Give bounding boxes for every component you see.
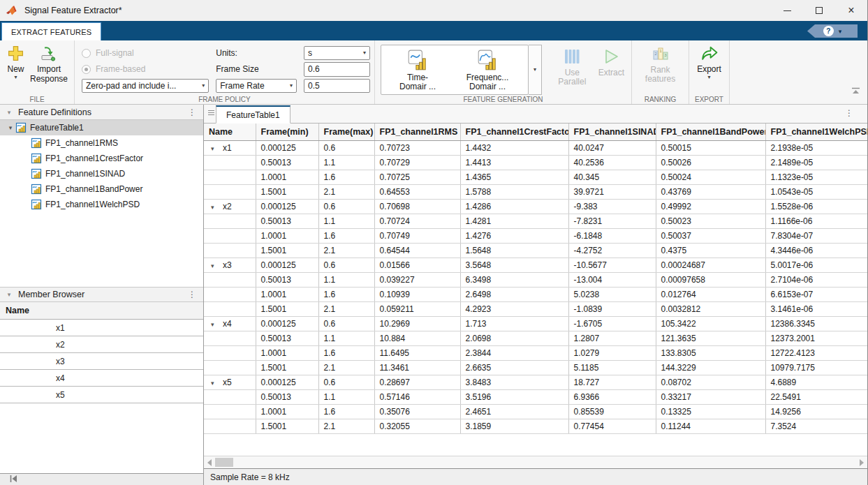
value-cell[interactable]: 0.64544: [374, 243, 460, 258]
tree-item-fp1_channel1crestfactor[interactable]: FP1_channel1CrestFactor: [0, 151, 203, 166]
value-cell[interactable]: 0.64553: [374, 184, 460, 199]
member-name-column-header[interactable]: Name: [0, 302, 203, 320]
value-cell[interactable]: 7.3524: [765, 419, 867, 433]
collapse-group-icon[interactable]: ▾: [211, 262, 218, 269]
table-row[interactable]: 0.500131.10.707241.4281-7.82310.500231.1…: [204, 214, 867, 228]
value-cell[interactable]: 0.0032812: [656, 301, 765, 316]
collapse-group-icon[interactable]: ▾: [211, 204, 218, 211]
import-response-button[interactable]: Import Response: [27, 43, 71, 93]
value-cell[interactable]: 0.50013: [256, 155, 318, 170]
group-name-cell[interactable]: ▾x3: [204, 258, 256, 272]
value-cell[interactable]: 6.3498: [460, 272, 568, 287]
value-cell[interactable]: 11.3461: [374, 360, 460, 375]
table-row[interactable]: ▾x40.0001250.610.29691.713-1.6705105.342…: [204, 316, 867, 331]
value-cell[interactable]: 0.4375: [656, 243, 765, 258]
value-cell[interactable]: 5.1185: [568, 360, 656, 375]
value-cell[interactable]: 2.4651: [460, 404, 568, 419]
tree-item-fp1_channel1sinad[interactable]: FP1_channel1SINAD: [0, 166, 203, 181]
value-cell[interactable]: 1.4286: [460, 199, 568, 214]
value-cell[interactable]: 0.13325: [656, 404, 765, 419]
frame-based-radio[interactable]: Frame-based: [82, 62, 209, 76]
value-cell[interactable]: 0.00024687: [656, 258, 765, 272]
column-header[interactable]: Frame(max): [318, 124, 374, 140]
frequency-domain-features-button[interactable]: Frequenc... Domair ...: [453, 47, 522, 93]
value-cell[interactable]: 0.059211: [374, 301, 460, 316]
column-header[interactable]: FP1_channel1CrestFactor: [460, 124, 568, 140]
column-header[interactable]: Name: [204, 124, 256, 140]
value-cell[interactable]: 0.50023: [656, 214, 765, 228]
value-cell[interactable]: 1.0543e-05: [765, 184, 867, 199]
value-cell[interactable]: 0.43769: [656, 184, 765, 199]
value-cell[interactable]: 6.6153e-07: [765, 287, 867, 301]
member-row-x5[interactable]: x5: [0, 387, 203, 403]
frame-rate-input[interactable]: 0.5: [304, 79, 370, 93]
value-cell[interactable]: 2.6498: [460, 287, 568, 301]
value-cell[interactable]: 1.4276: [460, 228, 568, 243]
tree-item-fp1_channel1welchpsd[interactable]: FP1_channel1WelchPSD: [0, 197, 203, 212]
value-cell[interactable]: 1.5001: [256, 184, 318, 199]
value-cell[interactable]: 133.8305: [656, 345, 765, 360]
horizontal-scrollbar[interactable]: [204, 456, 867, 468]
group-name-cell[interactable]: ▾x4: [204, 316, 256, 331]
column-header[interactable]: FP1_channel1RMS: [374, 124, 460, 140]
collapse-group-icon[interactable]: ▾: [211, 380, 218, 387]
value-cell[interactable]: 5.0238: [568, 287, 656, 301]
value-cell[interactable]: 1.5788: [460, 184, 568, 199]
value-cell[interactable]: 0.70725: [374, 170, 460, 184]
table-row[interactable]: 1.50012.10.645531.578839.97210.437691.05…: [204, 184, 867, 199]
scrollbar-thumb[interactable]: [215, 458, 233, 467]
value-cell[interactable]: 0.50013: [256, 389, 318, 404]
value-cell[interactable]: 0.32055: [374, 419, 460, 433]
value-cell[interactable]: 1.4432: [460, 140, 568, 155]
table-row[interactable]: 1.00011.60.109392.64985.02380.0127646.61…: [204, 287, 867, 301]
table-row[interactable]: 1.50012.10.320553.18590.774540.112447.35…: [204, 419, 867, 433]
value-cell[interactable]: 12386.3345: [765, 316, 867, 331]
value-cell[interactable]: 39.9721: [568, 184, 656, 199]
value-cell[interactable]: 0.000125: [256, 199, 318, 214]
frame-rate-dropdown[interactable]: Frame Rate ▾: [216, 79, 297, 93]
panel-menu-icon[interactable]: ⋮: [188, 109, 196, 116]
value-cell[interactable]: 0.6: [318, 258, 374, 272]
value-cell[interactable]: 105.3422: [656, 316, 765, 331]
value-cell[interactable]: -6.1848: [568, 228, 656, 243]
value-cell[interactable]: 0.70698: [374, 199, 460, 214]
value-cell[interactable]: 2.1: [318, 184, 374, 199]
value-cell[interactable]: 0.039227: [374, 272, 460, 287]
value-cell[interactable]: -1.6705: [568, 316, 656, 331]
value-cell[interactable]: 0.6: [318, 375, 374, 389]
table-row[interactable]: 1.00011.611.64952.38441.0279133.83051272…: [204, 345, 867, 360]
value-cell[interactable]: 0.50015: [656, 140, 765, 155]
value-cell[interactable]: 2.1: [318, 360, 374, 375]
value-cell[interactable]: 0.6: [318, 316, 374, 331]
value-cell[interactable]: 1.1: [318, 214, 374, 228]
value-cell[interactable]: 18.727: [568, 375, 656, 389]
value-cell[interactable]: -10.5677: [568, 258, 656, 272]
value-cell[interactable]: 2.0698: [460, 331, 568, 345]
use-parallel-button[interactable]: Use Parallel: [549, 43, 596, 93]
column-header[interactable]: FP1_channel1BandPower: [656, 124, 765, 140]
value-cell[interactable]: 40.2536: [568, 155, 656, 170]
value-cell[interactable]: 0.000125: [256, 375, 318, 389]
tab-extract-features[interactable]: EXTRACT FEATURES: [1, 22, 101, 40]
value-cell[interactable]: 0.08702: [656, 375, 765, 389]
value-cell[interactable]: 0.70723: [374, 140, 460, 155]
value-cell[interactable]: 0.35076: [374, 404, 460, 419]
table-row[interactable]: 0.500131.110.8842.06981.2807121.36351237…: [204, 331, 867, 345]
frame-policy-dropdown[interactable]: Zero-pad and include i... ▾: [82, 79, 209, 93]
column-header[interactable]: FP1_channel1SINAD: [568, 124, 656, 140]
value-cell[interactable]: 1.0001: [256, 170, 318, 184]
column-header[interactable]: Frame(min): [256, 124, 318, 140]
gallery-expand-button[interactable]: ▾: [529, 45, 542, 95]
value-cell[interactable]: 7.8304e-07: [765, 228, 867, 243]
value-cell[interactable]: 22.5491: [765, 389, 867, 404]
value-cell[interactable]: 0.50037: [656, 228, 765, 243]
column-header[interactable]: FP1_channel1WelchPSD_: [765, 124, 867, 140]
maximize-button[interactable]: [803, 0, 835, 21]
value-cell[interactable]: 6.9366: [568, 389, 656, 404]
table-row[interactable]: 0.500131.10.0392276.3498-13.0040.0009765…: [204, 272, 867, 287]
value-cell[interactable]: 1.1: [318, 331, 374, 345]
value-cell[interactable]: 0.11244: [656, 419, 765, 433]
table-row[interactable]: 1.50012.111.34612.66355.1185144.32291097…: [204, 360, 867, 375]
value-cell[interactable]: 1.713: [460, 316, 568, 331]
scroll-right-icon[interactable]: [860, 459, 864, 466]
